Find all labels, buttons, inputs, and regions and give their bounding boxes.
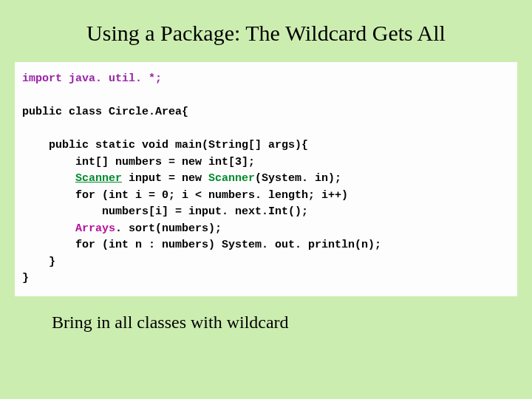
code-line-scanner-post: (System. in);: [255, 172, 341, 185]
code-line-assign: numbers[i] = input. next.Int();: [22, 205, 308, 218]
code-close-main: }: [22, 256, 55, 268]
scanner-keyword: Scanner: [208, 172, 255, 185]
code-line-arrays-pre: [22, 222, 75, 235]
code-line-for: for (int i = 0; i < numbers. length; i++…: [22, 189, 348, 202]
code-line-numbers: int[] numbers = new int[3];: [22, 156, 255, 168]
code-block: import java. util. *; public class Circl…: [15, 62, 517, 296]
slide-caption: Bring in all classes with wildcard: [52, 313, 517, 332]
import-line: import java. util. *;: [22, 72, 162, 85]
code-line-scanner-mid: input = new: [122, 172, 208, 185]
scanner-keyword: Scanner: [75, 172, 122, 185]
main-signature: public static void main(String[] args){: [22, 139, 308, 151]
code-line-arrays-post: . sort(numbers);: [115, 222, 222, 235]
code-close-class: }: [22, 272, 29, 284]
arrays-keyword: Arrays: [75, 222, 115, 235]
code-line-for2: for (int n : numbers) System. out. print…: [22, 239, 381, 251]
code-line-scanner-pre: [22, 172, 75, 185]
class-decl: public class Circle.Area{: [22, 106, 188, 118]
slide-title: Using a Package: The Wildcard Gets All: [15, 21, 517, 46]
